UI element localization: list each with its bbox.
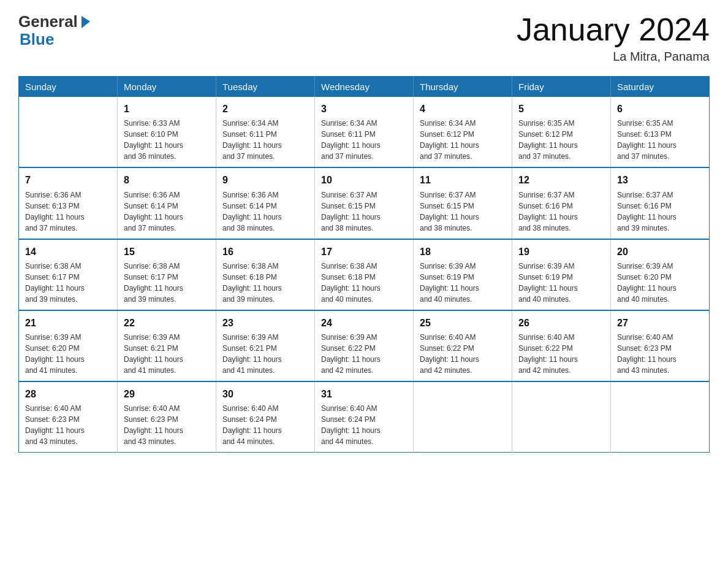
day-number: 21 [25,316,111,330]
day-number: 19 [518,245,604,259]
day-number: 6 [617,102,703,116]
calendar-subtitle: La Mitra, Panama [517,50,710,64]
header-wednesday: Wednesday [315,77,414,98]
day-number: 22 [124,316,210,330]
day-number: 28 [25,387,111,401]
day-number: 7 [25,173,111,187]
header-thursday: Thursday [414,77,512,98]
day-info: Sunrise: 6:39 AM Sunset: 6:19 PM Dayligh… [420,261,506,305]
calendar-cell: 6Sunrise: 6:35 AM Sunset: 6:13 PM Daylig… [611,97,710,167]
day-number: 15 [124,245,210,259]
day-info: Sunrise: 6:37 AM Sunset: 6:16 PM Dayligh… [518,190,604,234]
day-number: 25 [420,316,506,330]
day-info: Sunrise: 6:40 AM Sunset: 6:24 PM Dayligh… [321,403,407,447]
day-info: Sunrise: 6:39 AM Sunset: 6:20 PM Dayligh… [617,261,703,305]
calendar-cell: 12Sunrise: 6:37 AM Sunset: 6:16 PM Dayli… [512,167,611,239]
header-tuesday: Tuesday [216,77,315,98]
calendar-cell: 8Sunrise: 6:36 AM Sunset: 6:14 PM Daylig… [118,167,216,239]
day-info: Sunrise: 6:38 AM Sunset: 6:18 PM Dayligh… [222,261,308,305]
day-number: 2 [222,102,308,116]
calendar-cell: 20Sunrise: 6:39 AM Sunset: 6:20 PM Dayli… [611,239,710,310]
day-info: Sunrise: 6:38 AM Sunset: 6:17 PM Dayligh… [25,261,111,305]
calendar-cell: 7Sunrise: 6:36 AM Sunset: 6:13 PM Daylig… [19,167,118,239]
week-row-3: 14Sunrise: 6:38 AM Sunset: 6:17 PM Dayli… [19,239,710,310]
svg-marker-0 [82,16,90,28]
calendar-cell: 31Sunrise: 6:40 AM Sunset: 6:24 PM Dayli… [315,381,414,453]
calendar-cell: 15Sunrise: 6:38 AM Sunset: 6:17 PM Dayli… [118,239,216,310]
day-info: Sunrise: 6:39 AM Sunset: 6:21 PM Dayligh… [124,332,210,376]
header-friday: Friday [512,77,611,98]
day-info: Sunrise: 6:37 AM Sunset: 6:15 PM Dayligh… [321,190,407,234]
calendar-cell: 13Sunrise: 6:37 AM Sunset: 6:16 PM Dayli… [611,167,710,239]
week-row-2: 7Sunrise: 6:36 AM Sunset: 6:13 PM Daylig… [19,167,710,239]
calendar-cell: 27Sunrise: 6:40 AM Sunset: 6:23 PM Dayli… [611,310,710,381]
day-number: 11 [420,173,506,187]
day-number: 27 [617,316,703,330]
calendar-cell: 29Sunrise: 6:40 AM Sunset: 6:23 PM Dayli… [118,381,216,453]
calendar-cell: 3Sunrise: 6:34 AM Sunset: 6:11 PM Daylig… [315,97,414,167]
day-info: Sunrise: 6:40 AM Sunset: 6:23 PM Dayligh… [25,403,111,447]
calendar-cell: 1Sunrise: 6:33 AM Sunset: 6:10 PM Daylig… [118,97,216,167]
day-number: 23 [222,316,308,330]
day-info: Sunrise: 6:38 AM Sunset: 6:18 PM Dayligh… [321,261,407,305]
day-number: 1 [124,102,210,116]
day-info: Sunrise: 6:35 AM Sunset: 6:13 PM Dayligh… [617,118,703,162]
day-info: Sunrise: 6:40 AM Sunset: 6:22 PM Dayligh… [518,332,604,376]
day-info: Sunrise: 6:39 AM Sunset: 6:20 PM Dayligh… [25,332,111,376]
day-info: Sunrise: 6:36 AM Sunset: 6:13 PM Dayligh… [25,190,111,234]
day-info: Sunrise: 6:39 AM Sunset: 6:22 PM Dayligh… [321,332,407,376]
day-number: 9 [222,173,308,187]
day-number: 3 [321,102,407,116]
day-number: 4 [420,102,506,116]
calendar-cell: 23Sunrise: 6:39 AM Sunset: 6:21 PM Dayli… [216,310,315,381]
calendar-cell [611,381,710,453]
calendar-cell: 4Sunrise: 6:34 AM Sunset: 6:12 PM Daylig… [414,97,512,167]
week-row-5: 28Sunrise: 6:40 AM Sunset: 6:23 PM Dayli… [19,381,710,453]
calendar-title: January 2024 [517,12,710,47]
day-info: Sunrise: 6:37 AM Sunset: 6:16 PM Dayligh… [617,190,703,234]
day-info: Sunrise: 6:39 AM Sunset: 6:21 PM Dayligh… [222,332,308,376]
day-number: 8 [124,173,210,187]
calendar-cell: 2Sunrise: 6:34 AM Sunset: 6:11 PM Daylig… [216,97,315,167]
day-info: Sunrise: 6:36 AM Sunset: 6:14 PM Dayligh… [222,190,308,234]
day-number: 31 [321,387,407,401]
day-number: 18 [420,245,506,259]
day-number: 24 [321,316,407,330]
day-info: Sunrise: 6:34 AM Sunset: 6:11 PM Dayligh… [321,118,407,162]
calendar-header-row: SundayMondayTuesdayWednesdayThursdayFrid… [19,77,710,98]
day-info: Sunrise: 6:39 AM Sunset: 6:19 PM Dayligh… [518,261,604,305]
header-sunday: Sunday [19,77,118,98]
calendar-cell: 18Sunrise: 6:39 AM Sunset: 6:19 PM Dayli… [414,239,512,310]
day-number: 14 [25,245,111,259]
day-info: Sunrise: 6:40 AM Sunset: 6:23 PM Dayligh… [124,403,210,447]
header-saturday: Saturday [611,77,710,98]
calendar-cell: 10Sunrise: 6:37 AM Sunset: 6:15 PM Dayli… [315,167,414,239]
calendar-cell [19,97,118,167]
day-info: Sunrise: 6:37 AM Sunset: 6:15 PM Dayligh… [420,190,506,234]
calendar-cell: 28Sunrise: 6:40 AM Sunset: 6:23 PM Dayli… [19,381,118,453]
calendar-cell: 17Sunrise: 6:38 AM Sunset: 6:18 PM Dayli… [315,239,414,310]
logo-arrow-icon [79,15,93,28]
day-number: 26 [518,316,604,330]
day-info: Sunrise: 6:40 AM Sunset: 6:22 PM Dayligh… [420,332,506,376]
page-header: General Blue January 2024 La Mitra, Pana… [18,12,710,64]
day-number: 12 [518,173,604,187]
logo-blue: Blue [20,31,93,47]
day-info: Sunrise: 6:38 AM Sunset: 6:17 PM Dayligh… [124,261,210,305]
day-info: Sunrise: 6:40 AM Sunset: 6:23 PM Dayligh… [617,332,703,376]
day-number: 16 [222,245,308,259]
calendar-cell: 24Sunrise: 6:39 AM Sunset: 6:22 PM Dayli… [315,310,414,381]
day-info: Sunrise: 6:36 AM Sunset: 6:14 PM Dayligh… [124,190,210,234]
logo: General Blue [18,12,93,47]
day-number: 13 [617,173,703,187]
logo-general: General [18,12,78,31]
calendar-cell: 5Sunrise: 6:35 AM Sunset: 6:12 PM Daylig… [512,97,611,167]
calendar-cell [414,381,512,453]
week-row-4: 21Sunrise: 6:39 AM Sunset: 6:20 PM Dayli… [19,310,710,381]
calendar-cell: 30Sunrise: 6:40 AM Sunset: 6:24 PM Dayli… [216,381,315,453]
week-row-1: 1Sunrise: 6:33 AM Sunset: 6:10 PM Daylig… [19,97,710,167]
day-number: 10 [321,173,407,187]
calendar-table: SundayMondayTuesdayWednesdayThursdayFrid… [18,76,710,453]
day-number: 29 [124,387,210,401]
calendar-cell: 14Sunrise: 6:38 AM Sunset: 6:17 PM Dayli… [19,239,118,310]
